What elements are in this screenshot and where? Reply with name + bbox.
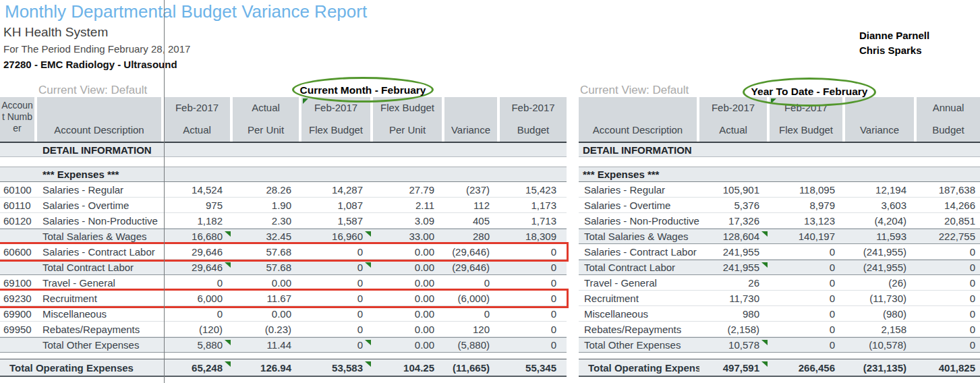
value-cell: (11,665)	[444, 359, 500, 376]
table-row: Miscellaneous9800(980)0	[579, 306, 980, 322]
grand-total-row: Total Operating Expenses65,248126.9453,5…	[0, 359, 567, 377]
value-cell: 0	[301, 322, 373, 336]
account-number-cell: 69900	[0, 306, 37, 321]
value-cell: 1,182	[164, 213, 233, 228]
value-cell: 104.25	[373, 359, 444, 376]
account-description-cell: Total Operating Expenses	[579, 359, 699, 376]
value-cell: 0	[444, 275, 500, 290]
current-month-table: Current View: Default Account NumberAcco…	[0, 82, 567, 377]
value-cell: 55,345	[500, 359, 567, 376]
account-description-cell: Salaries - Contract Labor	[37, 244, 164, 259]
column-header: ActualPer Unit	[233, 97, 301, 142]
spacer-row	[0, 157, 567, 167]
column-header: Account Number	[0, 97, 37, 142]
value-cell: 0	[500, 322, 567, 336]
value-cell: (11,730)	[845, 291, 917, 305]
account-description-cell: Salaries - Regular	[579, 182, 699, 197]
pane-divider-line	[164, 0, 165, 383]
value-cell: 2,158	[845, 322, 917, 336]
column-header: Account Description	[37, 97, 164, 142]
subtotal-row: Total Other Expenses5,88011.4400.00(5,88…	[0, 337, 567, 353]
approver-names: Dianne Parnell Chris Sparks	[859, 28, 929, 58]
green-flag-icon	[225, 231, 231, 237]
green-flag-icon	[365, 262, 371, 268]
account-number-cell: 69950	[0, 322, 37, 336]
value-cell: 0.00	[233, 306, 301, 321]
account-number-cell: 60600	[0, 244, 37, 259]
green-flag-icon	[365, 361, 371, 367]
table-row: Rebates/Repayments(2,158)02,1580	[579, 322, 980, 337]
value-cell: 0	[301, 260, 373, 274]
value-cell: 0	[770, 260, 845, 274]
green-flag-icon	[761, 231, 768, 237]
value-cell: 1,087	[301, 198, 373, 212]
value-cell: 14,266	[917, 198, 980, 212]
value-cell: 0	[164, 306, 233, 321]
table-row: Travel - General260(26)0	[579, 275, 980, 291]
value-cell: 0	[301, 291, 373, 305]
value-cell: 2.30	[233, 213, 301, 228]
account-description-cell: Travel - General	[37, 275, 164, 290]
table-row: 69100Travel - General00.0000.0000	[0, 275, 567, 291]
column-header: AnnualBudget	[917, 97, 980, 142]
value-cell: 128,604	[699, 229, 770, 243]
value-cell: 0	[917, 260, 980, 274]
value-cell: 0	[500, 338, 567, 352]
account-description-cell: Salaries - Regular	[37, 182, 164, 197]
account-description-cell: Total Contract Labor	[37, 260, 164, 274]
year-to-date-annotation-title: Year To Date - February	[743, 86, 876, 98]
value-cell: 980	[699, 306, 770, 321]
column-header: Feb-2017Flex Budget	[301, 97, 373, 142]
value-cell: (6,000)	[444, 291, 500, 305]
account-description-cell: Total Salaries & Wages	[37, 229, 164, 243]
subtotal-row: Total Salaries & Wages128,604140,19711,5…	[579, 229, 980, 244]
subtotal-row: Total Contract Labor241,9550(241,955)0	[579, 260, 980, 275]
value-cell: (120)	[164, 322, 233, 336]
section-header-row: *** Expenses ***	[0, 167, 567, 182]
account-number-cell: 60110	[0, 198, 37, 212]
value-cell: 187,638	[917, 182, 980, 197]
value-cell: 6,000	[164, 291, 233, 305]
account-number-cell: 60100	[0, 182, 37, 197]
value-cell: 0.00	[373, 275, 444, 290]
section-header-row: DETAIL INFORMATION	[579, 142, 980, 157]
account-description-cell: Total Other Expenses	[37, 338, 164, 352]
page-title: Monthly Departmental Budget Variance Rep…	[5, 1, 367, 22]
value-cell: 3,603	[845, 198, 917, 212]
value-cell: 11,730	[699, 291, 770, 305]
value-cell: 13,123	[770, 213, 845, 228]
spacer-row	[579, 353, 980, 359]
table-row: 60100Salaries - Regular14,52428.2614,287…	[0, 182, 567, 198]
green-flag-icon	[761, 262, 768, 268]
value-cell: 16,680	[164, 229, 233, 243]
value-cell: (29,646)	[444, 260, 500, 274]
spacer-row	[0, 353, 567, 359]
value-cell: 29,646	[164, 244, 233, 259]
value-cell: 0	[500, 275, 567, 290]
value-cell: 0	[164, 275, 233, 290]
value-cell: 266,456	[770, 359, 845, 376]
value-cell: 0	[500, 244, 567, 259]
value-cell: 0	[917, 291, 980, 305]
table-row: 69900Miscellaneous00.0000.0000	[0, 306, 567, 322]
current-view-label: Current View: Default	[580, 84, 689, 97]
value-cell: 8,979	[770, 198, 845, 212]
value-cell: 0	[770, 322, 845, 336]
account-description-cell: Salaries - Contract Labor	[579, 244, 699, 259]
value-cell: 0.00	[233, 275, 301, 290]
account-number-cell: 60120	[0, 213, 37, 228]
account-description-cell: Miscellaneous	[37, 306, 164, 321]
value-cell: 126.94	[233, 359, 301, 376]
table-row: 60110Salaries - Overtime9751.901,0872.11…	[0, 198, 567, 213]
table-header-row: Account NumberAccount DescriptionFeb-201…	[0, 97, 567, 142]
value-cell: 10,578	[699, 338, 770, 352]
account-description-cell: Total Salaries & Wages	[579, 229, 699, 243]
value-cell: 140,197	[770, 229, 845, 243]
value-cell: 16,960	[301, 229, 373, 243]
value-cell: (26)	[845, 275, 917, 290]
value-cell: (241,955)	[845, 260, 917, 274]
approver-name-1: Dianne Parnell	[859, 28, 929, 43]
current-view-label: Current View: Default	[38, 84, 147, 97]
value-cell: (5,880)	[444, 338, 500, 352]
subtotal-row: Total Contract Labor29,64657.6800.00(29,…	[0, 260, 567, 275]
